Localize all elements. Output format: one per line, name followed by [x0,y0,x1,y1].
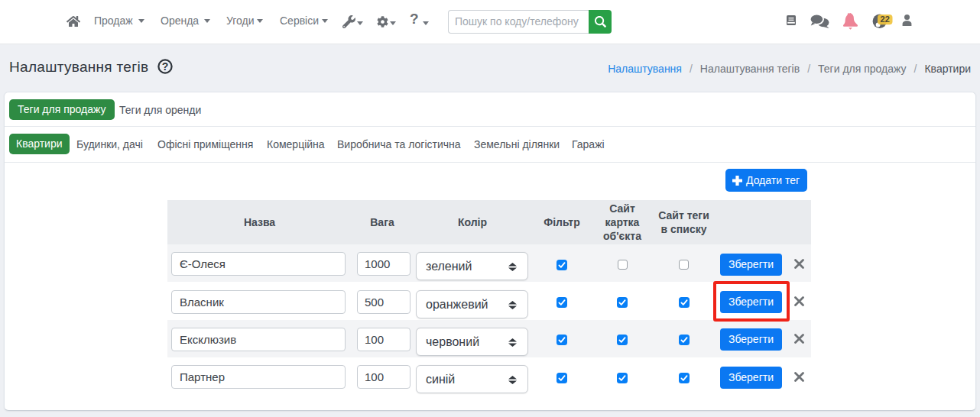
svg-text:?: ? [162,60,169,73]
svg-text:22: 22 [881,15,890,24]
